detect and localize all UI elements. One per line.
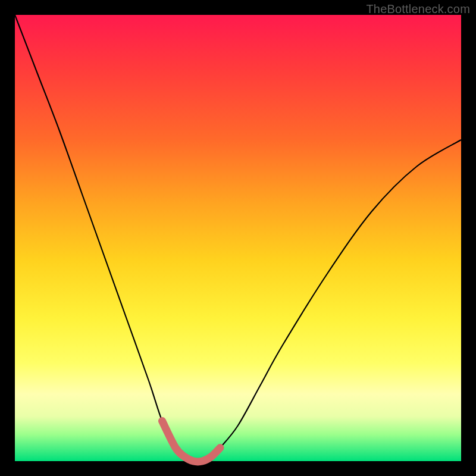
chart-frame: TheBottleneck.com — [0, 0, 476, 476]
trough-highlight-path — [162, 421, 221, 462]
bottleneck-curve-path — [15, 15, 461, 462]
bottleneck-curve-svg — [15, 15, 461, 461]
watermark-text: TheBottleneck.com — [366, 2, 470, 16]
plot-area — [15, 15, 461, 461]
